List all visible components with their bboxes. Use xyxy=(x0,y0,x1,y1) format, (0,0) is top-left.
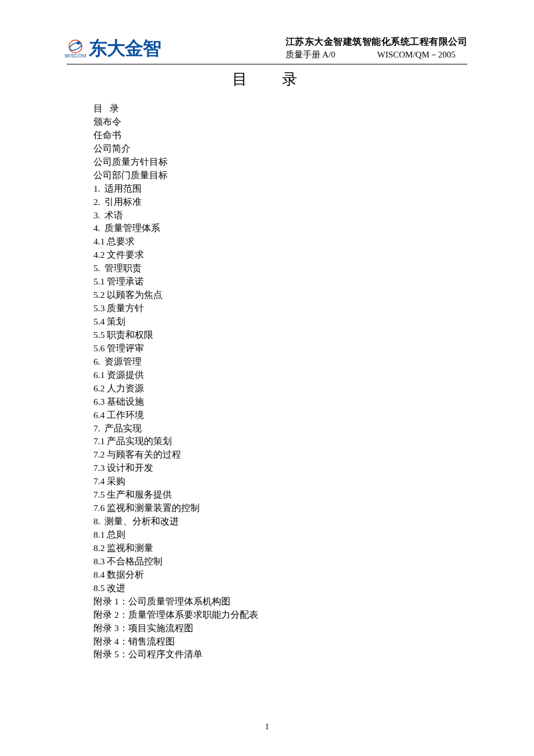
toc-line: 附录 1：公司质量管理体系机构图 xyxy=(93,595,467,609)
toc-line: 5. 管理职责 xyxy=(93,262,467,275)
toc-line: 附录 2：质量管理体系要求职能力分配表 xyxy=(93,609,467,622)
toc-line: 7.5 生产和服务提供 xyxy=(93,488,467,502)
table-of-contents: 目 录颁布令任命书公司简介公司质量方针目标公司部门质量目标1. 适用范围2. 引… xyxy=(93,102,467,661)
toc-line: 5.6 管理评审 xyxy=(93,342,467,355)
doc-title: 质量手册 A/0 xyxy=(286,49,335,60)
toc-line: 4.2 文件要求 xyxy=(93,249,467,262)
toc-line: 5.5 职责和权限 xyxy=(93,329,467,342)
toc-line: 6.1 资源提供 xyxy=(93,369,467,382)
toc-line: 3. 术语 xyxy=(93,209,467,222)
company-name: 江苏东大金智建筑智能化系统工程有限公司 xyxy=(286,36,468,48)
page-title: 目 录 xyxy=(77,69,467,89)
toc-line: 2. 引用标准 xyxy=(93,196,467,209)
page: WISCOM 东大金智 江苏东大金智建筑智能化系统工程有限公司 质量手册 A/0… xyxy=(0,0,534,756)
doc-code: WISCOM/QM－2005 xyxy=(377,49,456,60)
toc-line: 目 录 xyxy=(93,102,467,116)
toc-line: 8.2 监视和测量 xyxy=(93,542,467,555)
toc-line: 8. 测量、分析和改进 xyxy=(93,515,467,528)
toc-line: 6. 资源管理 xyxy=(93,355,467,369)
toc-line: 1. 适用范围 xyxy=(93,182,467,196)
toc-line: 5.3 质量方针 xyxy=(93,302,467,315)
logo-block: WISCOM 东大金智 xyxy=(67,36,161,62)
logo-caption: WISCOM xyxy=(64,53,86,59)
svg-point-0 xyxy=(69,40,82,53)
toc-line: 7.1 产品实现的策划 xyxy=(93,435,467,448)
toc-line: 7.6 监视和测量装置的控制 xyxy=(93,502,467,515)
page-number: 1 xyxy=(0,722,534,732)
toc-line: 6.2 人力资源 xyxy=(93,382,467,395)
brand-name: 东大金智 xyxy=(89,36,161,62)
svg-point-2 xyxy=(77,41,80,45)
toc-line: 7.2 与顾客有关的过程 xyxy=(93,448,467,462)
toc-line: 颁布令 xyxy=(93,116,467,129)
page-header: WISCOM 东大金智 江苏东大金智建筑智能化系统工程有限公司 质量手册 A/0… xyxy=(67,36,467,64)
toc-line: 8.3 不合格品控制 xyxy=(93,555,467,568)
toc-line: 8.5 改进 xyxy=(93,582,467,595)
toc-line: 6.4 工作环境 xyxy=(93,409,467,422)
toc-line: 公司部门质量目标 xyxy=(93,169,467,182)
doc-line: 质量手册 A/0WISCOM/QM－2005 xyxy=(286,49,468,60)
header-meta: 江苏东大金智建筑智能化系统工程有限公司 质量手册 A/0WISCOM/QM－20… xyxy=(286,36,468,62)
toc-line: 5.1 管理承诺 xyxy=(93,275,467,289)
toc-line: 附录 5：公司程序文件清单 xyxy=(93,648,467,661)
toc-line: 公司简介 xyxy=(93,142,467,156)
company-logo-icon: WISCOM xyxy=(67,38,84,59)
toc-line: 7. 产品实现 xyxy=(93,422,467,435)
toc-line: 5.4 策划 xyxy=(93,315,467,329)
toc-line: 任命书 xyxy=(93,129,467,142)
toc-line: 6.3 基础设施 xyxy=(93,395,467,409)
toc-line: 8.1 总则 xyxy=(93,528,467,542)
toc-line: 公司质量方针目标 xyxy=(93,156,467,169)
toc-line: 附录 3：项目实施流程图 xyxy=(93,622,467,635)
toc-line: 4.1 总要求 xyxy=(93,235,467,249)
toc-line: 附录 4：销售流程图 xyxy=(93,635,467,649)
toc-line: 7.4 采购 xyxy=(93,475,467,488)
toc-line: 5.2 以顾客为焦点 xyxy=(93,289,467,302)
toc-line: 4. 质量管理体系 xyxy=(93,222,467,235)
toc-line: 8.4 数据分析 xyxy=(93,568,467,582)
toc-line: 7.3 设计和开发 xyxy=(93,462,467,475)
